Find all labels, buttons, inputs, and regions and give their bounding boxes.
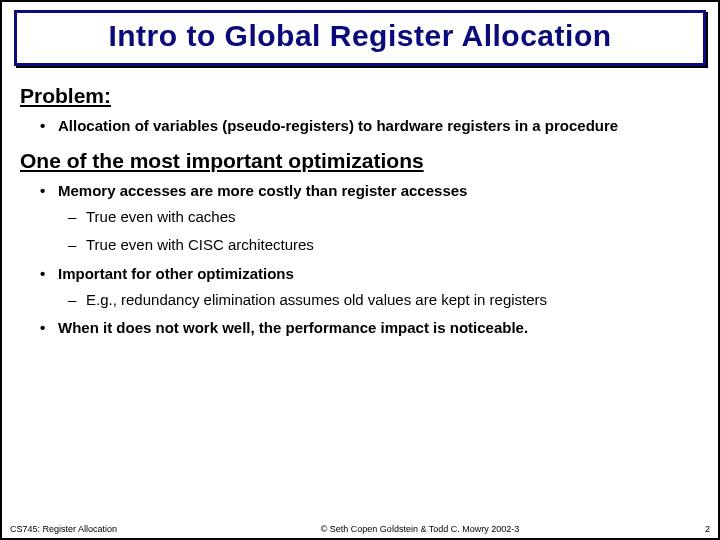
bullet-item: Important for other optimizations E.g., … xyxy=(58,264,700,311)
bullet-text: Important for other optimizations xyxy=(58,265,294,282)
slide: Intro to Global Register Allocation Prob… xyxy=(0,0,720,540)
bullet-list: Allocation of variables (pseudo-register… xyxy=(20,116,700,136)
sub-bullet-item: True even with CISC architectures xyxy=(86,235,690,255)
slide-body: Problem: Allocation of variables (pseudo… xyxy=(2,66,718,524)
bullet-text: Memory accesses are more costly than reg… xyxy=(58,182,467,199)
section-heading: Problem: xyxy=(20,82,700,110)
footer-left: CS745: Register Allocation xyxy=(10,524,150,534)
title-box: Intro to Global Register Allocation xyxy=(14,10,706,66)
bullet-list: Memory accesses are more costly than reg… xyxy=(20,181,700,339)
bullet-item: Memory accesses are more costly than reg… xyxy=(58,181,700,256)
section-heading: One of the most important optimizations xyxy=(20,147,700,175)
sub-bullet-list: E.g., redundancy elimination assumes old… xyxy=(58,290,690,310)
bullet-item: Allocation of variables (pseudo-register… xyxy=(58,116,700,136)
bullet-item: When it does not work well, the performa… xyxy=(58,318,700,338)
sub-bullet-item: E.g., redundancy elimination assumes old… xyxy=(86,290,690,310)
footer-page-number: 2 xyxy=(690,524,710,534)
sub-bullet-item: True even with caches xyxy=(86,207,690,227)
sub-bullet-list: True even with caches True even with CIS… xyxy=(58,207,690,256)
slide-footer: CS745: Register Allocation © Seth Copen … xyxy=(2,524,718,538)
footer-center: © Seth Copen Goldstein & Todd C. Mowry 2… xyxy=(150,524,690,534)
slide-title: Intro to Global Register Allocation xyxy=(27,19,693,53)
